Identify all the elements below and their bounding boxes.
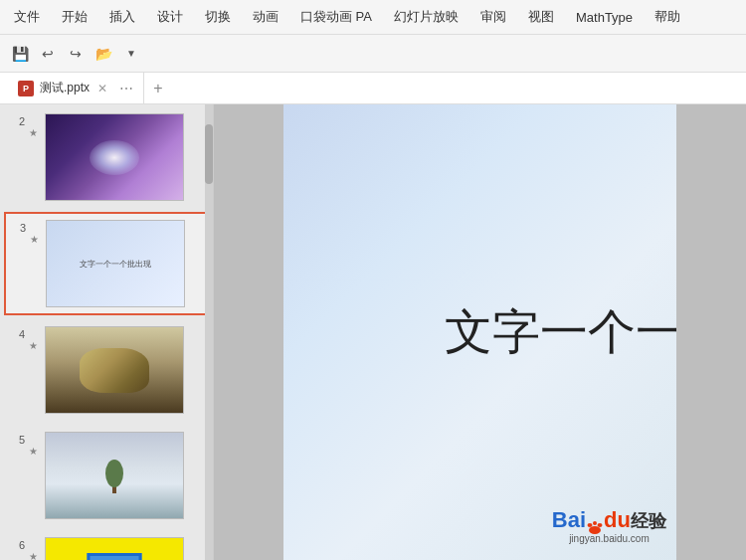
dropdown-button[interactable]: ▼ [119, 42, 143, 66]
slide-thumb-6 [45, 537, 184, 560]
menu-view[interactable]: 视图 [518, 4, 564, 30]
svg-point-3 [588, 523, 593, 527]
menu-mathtype[interactable]: MathType [566, 6, 643, 29]
slide-number-6: 6 [11, 539, 25, 551]
slide-item-4[interactable]: 4 ★ [4, 319, 209, 421]
slide-star-6: ★ [29, 551, 41, 560]
tab-close-button[interactable]: ✕ [95, 80, 109, 97]
tab-file-label: 测试.pptx [40, 80, 90, 96]
tab-add-button[interactable]: + [144, 73, 172, 103]
baidu-paw-icon [586, 514, 604, 528]
tab-file[interactable]: P 测试.pptx ✕ ⋯ [8, 73, 144, 103]
slide-thumb-3: 文字一个一个批出现 [46, 220, 185, 307]
menu-insert[interactable]: 插入 [99, 4, 145, 30]
menu-home[interactable]: 开始 [52, 4, 97, 30]
svg-point-1 [105, 460, 123, 487]
menu-review[interactable]: 审阅 [470, 4, 516, 30]
open-button[interactable]: 📂 [92, 42, 115, 66]
slide-item-3[interactable]: 3 ★ 文字一个一个批出现 [4, 212, 209, 315]
slide-item-6[interactable]: 6 ★ [4, 530, 209, 560]
thumb-3-text: 文字一个一个批出现 [80, 259, 151, 270]
slide-star-2: ★ [29, 127, 41, 138]
slide-thumb-5 [45, 432, 184, 519]
ppt-icon: P [18, 81, 34, 96]
menu-design[interactable]: 设计 [147, 4, 193, 30]
slide-number-2: 2 [11, 115, 25, 127]
slide-main-text: 文字一个一 [445, 300, 677, 364]
redo-button[interactable]: ↪ [64, 42, 88, 66]
slide-number-5: 5 [11, 434, 25, 446]
slide-star-3: ★ [30, 234, 42, 245]
baidu-jingyan: 经验 [631, 511, 666, 531]
menu-bar: 文件 开始 插入 设计 切换 动画 口袋动画 PA 幻灯片放映 审阅 视图 Ma… [0, 0, 746, 35]
canvas-area: 文字一个一 Bai du经验 jingyan.baidu.com [214, 104, 746, 560]
slide-number-4: 4 [11, 328, 25, 340]
menu-pocket-anim[interactable]: 口袋动画 PA [290, 4, 382, 30]
slide-star-4: ★ [29, 340, 41, 351]
menu-help[interactable]: 帮助 [645, 4, 690, 30]
slide-canvas[interactable]: 文字一个一 Bai du经验 jingyan.baidu.com [283, 104, 676, 560]
undo-button[interactable]: ↩ [36, 42, 60, 66]
menu-file[interactable]: 文件 [4, 4, 50, 30]
save-button[interactable]: 💾 [8, 42, 32, 66]
slide-number-3: 3 [12, 222, 26, 234]
baidu-watermark: Bai du经验 jingyan.baidu.com [552, 507, 666, 544]
svg-point-2 [589, 526, 601, 534]
menu-transition[interactable]: 切换 [195, 4, 241, 30]
baidu-du: du [604, 507, 631, 532]
svg-point-5 [593, 521, 597, 525]
baidu-bai: Bai [552, 507, 586, 532]
menu-animation[interactable]: 动画 [243, 4, 288, 30]
slide-thumb-2 [45, 113, 184, 201]
slide-star-5: ★ [29, 446, 41, 457]
main-layout: 2 ★ 3 ★ 文字一个一个批出现 4 ★ [0, 104, 746, 560]
thumb-4-rock [80, 348, 149, 393]
tab-more-icon[interactable]: ⋯ [119, 81, 133, 96]
slide-panel: 2 ★ 3 ★ 文字一个一个批出现 4 ★ [0, 104, 214, 560]
menu-slideshow[interactable]: 幻灯片放映 [384, 4, 468, 30]
tab-bar: P 测试.pptx ✕ ⋯ + [0, 73, 746, 104]
slide-item-2[interactable]: 2 ★ [4, 106, 209, 208]
thumb-6-box [88, 553, 142, 560]
thumb-2-glow [90, 140, 139, 175]
sidebar-scrollbar[interactable] [205, 104, 213, 560]
baidu-logo: Bai du经验 [552, 507, 666, 533]
slide-thumb-4 [45, 326, 184, 414]
thumb-5-tree-svg [104, 459, 124, 493]
svg-point-4 [598, 523, 603, 527]
slide-item-5[interactable]: 5 ★ [4, 425, 209, 526]
baidu-url: jingyan.baidu.com [569, 533, 650, 544]
scrollbar-thumb[interactable] [205, 124, 213, 184]
toolbar: 💾 ↩ ↪ 📂 ▼ [0, 35, 746, 73]
